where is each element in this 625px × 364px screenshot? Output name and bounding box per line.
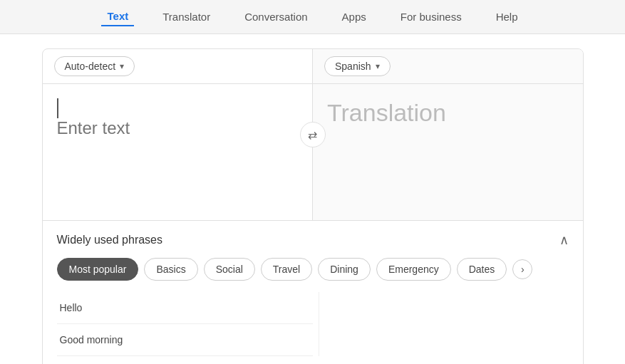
source-lang-selector[interactable]: Auto-detect ▾ xyxy=(54,56,135,76)
source-lang-chevron-icon: ▾ xyxy=(120,61,124,71)
source-input[interactable] xyxy=(57,118,299,204)
phrase-tab-emergency[interactable]: Emergency xyxy=(376,258,451,281)
translation-output: Translation xyxy=(327,99,446,126)
target-panel: Spanish ▾ Translation xyxy=(313,49,583,220)
phrase-item-right-0[interactable]: Thank you xyxy=(57,356,313,364)
target-lang-label: Spanish xyxy=(335,61,371,72)
navbar: TextTranslatorConversationAppsFor busine… xyxy=(0,0,625,34)
nav-item-conversation[interactable]: Conversation xyxy=(239,8,313,26)
phrase-tab-basics[interactable]: Basics xyxy=(144,258,197,281)
translator-panels: Auto-detect ▾ ⇄ Spanish ▾ Translation xyxy=(43,49,583,220)
phrase-divider xyxy=(319,292,319,356)
source-body xyxy=(43,84,313,220)
nav-item-translator[interactable]: Translator xyxy=(157,8,216,26)
source-header: Auto-detect ▾ xyxy=(43,49,313,84)
phrase-col-left: HelloGood morning xyxy=(57,292,313,356)
nav-item-for-business[interactable]: For business xyxy=(395,8,468,26)
target-header: Spanish ▾ xyxy=(313,49,583,84)
source-lang-label: Auto-detect xyxy=(65,61,116,72)
target-body: Translation xyxy=(313,84,583,220)
phrase-tab-scroll-button[interactable]: › xyxy=(512,259,532,279)
phrase-tab-dates[interactable]: Dates xyxy=(457,258,507,281)
phrase-tab-travel[interactable]: Travel xyxy=(261,258,312,281)
phrase-item-left-0[interactable]: Hello xyxy=(57,292,313,324)
swap-button[interactable]: ⇄ xyxy=(300,122,326,147)
nav-item-apps[interactable]: Apps xyxy=(336,8,372,26)
phrases-section: Widely used phrases ∧ Most popularBasics… xyxy=(43,220,583,364)
phrases-collapse-button[interactable]: ∧ xyxy=(559,232,569,248)
text-cursor xyxy=(57,98,58,118)
translator-container: Auto-detect ▾ ⇄ Spanish ▾ Translation xyxy=(42,48,584,364)
nav-item-help[interactable]: Help xyxy=(490,8,524,26)
phrase-item-left-1[interactable]: Good morning xyxy=(57,324,313,356)
phrases-header: Widely used phrases ∧ xyxy=(57,232,569,248)
target-lang-selector[interactable]: Spanish ▾ xyxy=(324,56,391,76)
phrase-tab-social[interactable]: Social xyxy=(204,258,255,281)
phrase-col-right: Thank youHow are you? xyxy=(57,356,313,364)
swap-icon: ⇄ xyxy=(308,128,317,142)
nav-item-text[interactable]: Text xyxy=(101,7,134,26)
phrase-list: HelloGood morning Thank youHow are you? xyxy=(57,292,569,364)
source-panel: Auto-detect ▾ xyxy=(43,49,314,220)
phrase-tab-dining[interactable]: Dining xyxy=(318,258,371,281)
phrase-tab-most-popular[interactable]: Most popular xyxy=(57,258,139,281)
target-lang-chevron-icon: ▾ xyxy=(376,61,380,71)
phrases-title: Widely used phrases xyxy=(57,234,163,246)
phrase-tabs: Most popularBasicsSocialTravelDiningEmer… xyxy=(57,258,569,281)
